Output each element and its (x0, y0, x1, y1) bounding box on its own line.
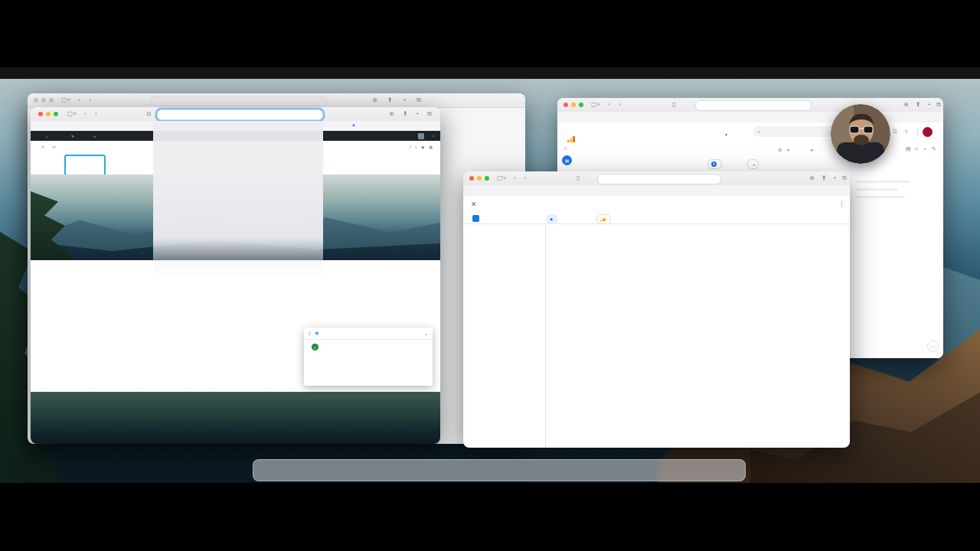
zoom-button[interactable] (485, 176, 489, 181)
link-icon[interactable]: ▦ (429, 145, 433, 149)
forward-icon[interactable]: › (524, 174, 527, 181)
chevron-down-icon[interactable]: ▼ (786, 148, 790, 152)
close-button[interactable] (34, 98, 38, 103)
collapse-icon[interactable]: ⌄ (424, 331, 428, 336)
edit-icon[interactable]: ✎ (932, 146, 936, 152)
avatar[interactable] (923, 127, 933, 137)
reports-icon[interactable]: ▤ (562, 155, 572, 165)
tag-assistant-window[interactable]: ▢˅ ‹ › ▯ ⊕ ⬆ + ⧉ ✕ ⋮ ◆ (463, 171, 850, 448)
download-icon[interactable]: ⊕ (372, 96, 377, 103)
chevron-down-icon: ▼ (724, 132, 728, 137)
ta-titlebar: ▢˅ ‹ › ▯ ⊕ ⬆ + ⧉ (463, 171, 850, 186)
bewild-site-window[interactable]: ▢˅ ‹ › ◘ ⊕ ⬆ + ⧉ ◆ ⌂ ✎ ◗ ⌕ (31, 107, 440, 444)
new-tab-icon[interactable]: + (416, 110, 420, 117)
help-icon[interactable]: ? (904, 129, 907, 135)
minimize-button[interactable] (46, 112, 51, 116)
tab-overview-icon[interactable]: ⧉ (936, 101, 941, 109)
share-icon[interactable]: ⬆ (387, 96, 393, 103)
new-tab-icon[interactable]: + (927, 101, 931, 108)
sidebar-icon[interactable]: ▢˅ (67, 110, 77, 117)
report-export-icon[interactable]: ▤ (906, 146, 911, 152)
site-phone[interactable]: ✆ (41, 145, 44, 149)
minimize-button[interactable] (571, 103, 576, 107)
private-tours-photo (31, 392, 440, 444)
reader-icon[interactable]: ▯ (577, 174, 580, 181)
zoom-button[interactable] (54, 112, 58, 116)
facebook-icon[interactable]: f (410, 145, 410, 149)
share-report-icon[interactable]: < (915, 146, 918, 152)
kebab-menu-icon[interactable]: ⋮ (914, 129, 920, 135)
minimize-button[interactable] (477, 176, 482, 181)
bw-titlebar: ▢˅ ‹ › ◘ ⊕ ⬆ + ⧉ (31, 107, 440, 122)
close-button[interactable] (469, 176, 474, 181)
webcam-overlay (831, 104, 890, 164)
ga-container-chip[interactable]: ▂▆ (596, 214, 611, 224)
forward-icon[interactable]: › (95, 110, 97, 117)
ta-variables-table (545, 223, 850, 448)
download-icon[interactable]: ⊕ (903, 101, 909, 108)
kebab-menu-icon[interactable]: ⋮ (838, 200, 845, 207)
new-tab-icon[interactable]: + (403, 96, 407, 103)
back-icon[interactable]: ‹ (608, 101, 610, 108)
download-icon[interactable]: ⊕ (389, 110, 394, 117)
wp-search-icon[interactable]: ⌕ (432, 133, 434, 139)
address-bar[interactable] (157, 109, 323, 120)
containers-count-badge (472, 215, 479, 222)
gtm-container-chip[interactable]: ◆ (546, 214, 558, 224)
tag-assistant-popup[interactable]: ⠿ ❖ ⌄ ✓ (304, 328, 433, 386)
back-icon[interactable]: ‹ (84, 110, 87, 117)
reader-icon[interactable]: ▯ (672, 101, 675, 108)
wp-comments-icon[interactable]: ◗ (93, 134, 96, 139)
ta-containers-row: ◆ ▂▆ (463, 213, 850, 224)
no-insights-icon[interactable]: ⊘ (778, 147, 782, 153)
video-frame: ▢˅ ‹ › ⊕ ⬆ + ⧉ ▢˅ ‹ › ▯ ⊕ ⬆ + ⧉ (0, 0, 980, 551)
forward-icon[interactable]: › (619, 101, 621, 108)
twitter-icon[interactable]: t (416, 145, 416, 149)
bewild-logo[interactable] (64, 155, 106, 176)
close-button[interactable] (38, 112, 43, 116)
address-bar[interactable] (597, 174, 721, 184)
share-icon[interactable]: ⬆ (403, 110, 408, 117)
bookmark-google-tag-manager[interactable]: ◆ (352, 123, 355, 127)
share-icon[interactable]: ⬆ (822, 174, 827, 181)
instagram-icon[interactable]: ◉ (421, 145, 424, 149)
back-icon[interactable]: ‹ (514, 174, 516, 181)
close-icon[interactable]: ✕ (471, 201, 477, 208)
pencil-icon: ✎ (71, 134, 74, 139)
zoom-button[interactable] (579, 103, 583, 107)
ga-date-range[interactable]: ▼ (810, 147, 813, 152)
new-tab-icon[interactable]: + (833, 174, 837, 181)
wp-customize[interactable]: ✎ (67, 134, 86, 139)
sidebar-icon[interactable]: ▢˅ (591, 101, 600, 108)
drag-handle-icon[interactable]: ⠿ (308, 331, 311, 336)
download-icon[interactable]: ⊕ (809, 174, 815, 181)
minimize-button[interactable] (41, 98, 46, 103)
all-users-chip[interactable]: A (707, 159, 722, 169)
gtm-bookmark-icon: ◆ (352, 123, 355, 127)
tab-overview-icon[interactable]: ⧉ (842, 174, 847, 182)
insights-flash-icon[interactable]: ⌁ (923, 146, 926, 152)
check-circle-icon: ✓ (312, 344, 318, 350)
wp-avatar (418, 133, 424, 139)
apps-grid-icon[interactable]: ⠿ (893, 129, 897, 135)
wp-site-name[interactable]: ⌂ (42, 134, 60, 139)
privacy-shield-icon[interactable]: ◘ (147, 110, 151, 117)
close-button[interactable] (564, 103, 568, 107)
ga-right-rail: ⋯ (850, 173, 943, 358)
zoom-button[interactable] (49, 98, 54, 103)
site-email[interactable]: ✉ (52, 145, 55, 149)
tab-overview-icon[interactable]: ⧉ (416, 96, 421, 104)
tab-overview-icon[interactable]: ⧉ (427, 110, 432, 118)
add-comparison-chip[interactable]: + (747, 159, 759, 169)
home-icon[interactable]: ⌂ (564, 145, 567, 152)
insights-chat-icon[interactable]: ⋯ (927, 341, 939, 352)
sidebar-icon[interactable]: ▢˅ (61, 96, 70, 103)
phone-icon: ✆ (41, 145, 44, 149)
forward-icon[interactable]: › (89, 96, 91, 103)
back-window-titlebar: ▢˅ ‹ › ⊕ ⬆ + ⧉ (28, 93, 525, 108)
address-bar[interactable] (695, 100, 812, 111)
address-bar[interactable] (150, 96, 328, 106)
back-icon[interactable]: ‹ (78, 96, 80, 103)
share-icon[interactable]: ⬆ (916, 101, 921, 108)
sidebar-icon[interactable]: ▢˅ (497, 174, 506, 181)
